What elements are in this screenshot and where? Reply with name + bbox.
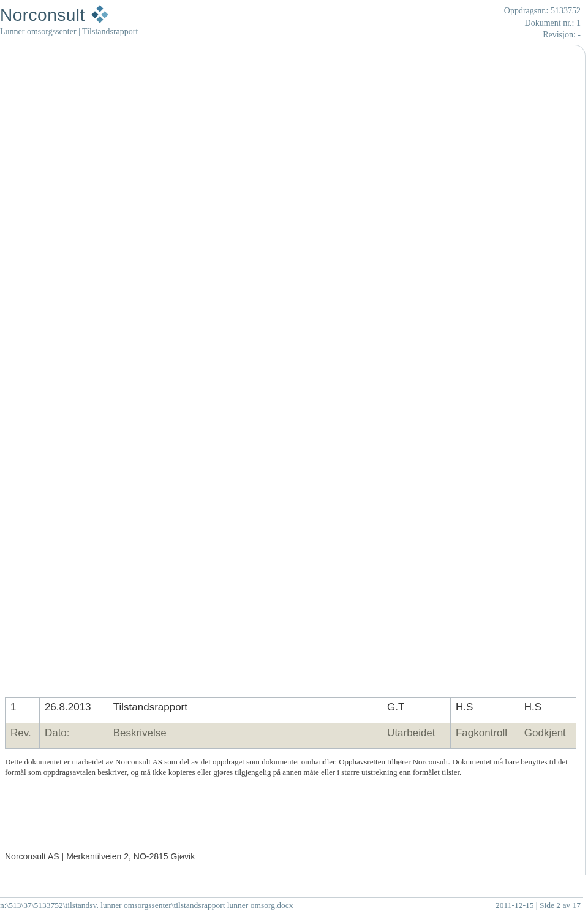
svg-rect-3 (96, 16, 103, 23)
header-meta: Oppdragsnr.: 5133752 Dokument nr.: 1 Rev… (504, 5, 581, 41)
page-frame: 1 26.8.2013 Tilstandsrapport G.T H.S H.S… (0, 45, 586, 875)
cell-desc: Tilstandsrapport (108, 697, 382, 723)
page-header: Norconsult Lunner omsorgssenter | Tilsta… (0, 0, 588, 44)
header-fag: Fagkontroll (450, 723, 519, 748)
cell-utar: G.T (382, 697, 451, 723)
footer-date-page: 2011-12-15 | Side 2 av 17 (496, 901, 581, 910)
svg-rect-0 (96, 5, 103, 12)
svg-rect-2 (101, 11, 108, 18)
page-footer: n:\513\37\5133752\tilstandsv. lunner oms… (0, 897, 583, 910)
diamond-cluster-icon (90, 5, 111, 26)
cell-fag: H.S (450, 697, 519, 723)
header-desc: Beskrivelse (108, 723, 382, 748)
revision-table: 1 26.8.2013 Tilstandsrapport G.T H.S H.S… (5, 697, 576, 749)
disclaimer-text: Dette dokumentet er utarbeidet av Norcon… (5, 756, 576, 778)
document-subtitle: Lunner omsorgssenter | Tilstandsrapport (0, 27, 138, 37)
header-gdk: Godkjent (519, 723, 576, 748)
revisjon-value: - (578, 30, 581, 39)
oppdragsnr-label: Oppdragsnr.: (504, 6, 549, 15)
header-left: Norconsult Lunner omsorgssenter | Tilsta… (0, 5, 138, 41)
dokument-label: Dokument nr.: (525, 18, 575, 28)
header-date: Dato: (39, 723, 108, 748)
table-row: 1 26.8.2013 Tilstandsrapport G.T H.S H.S (6, 697, 576, 723)
cell-date: 26.8.2013 (39, 697, 108, 723)
revisjon-label: Revisjon: (543, 30, 576, 39)
content: 1 26.8.2013 Tilstandsrapport G.T H.S H.S… (5, 697, 576, 861)
company-address: Norconsult AS | Merkantilveien 2, NO-281… (5, 851, 576, 861)
header-rev: Rev. (6, 723, 40, 748)
cell-gdk: H.S (519, 697, 576, 723)
oppdragsnr-value: 5133752 (551, 6, 581, 15)
revisjon-line: Revisjon: - (504, 29, 581, 41)
svg-rect-1 (91, 11, 98, 18)
cell-rev: 1 (6, 697, 40, 723)
dokument-value: 1 (576, 18, 581, 28)
logo-text: Norconsult (0, 6, 85, 25)
header-utar: Utarbeidet (382, 723, 451, 748)
dokument-line: Dokument nr.: 1 (504, 17, 581, 29)
table-header-row: Rev. Dato: Beskrivelse Utarbeidet Fagkon… (6, 723, 576, 748)
footer-filepath: n:\513\37\5133752\tilstandsv. lunner oms… (0, 901, 293, 910)
logo: Norconsult (0, 5, 138, 26)
oppdragsnr-line: Oppdragsnr.: 5133752 (504, 5, 581, 17)
